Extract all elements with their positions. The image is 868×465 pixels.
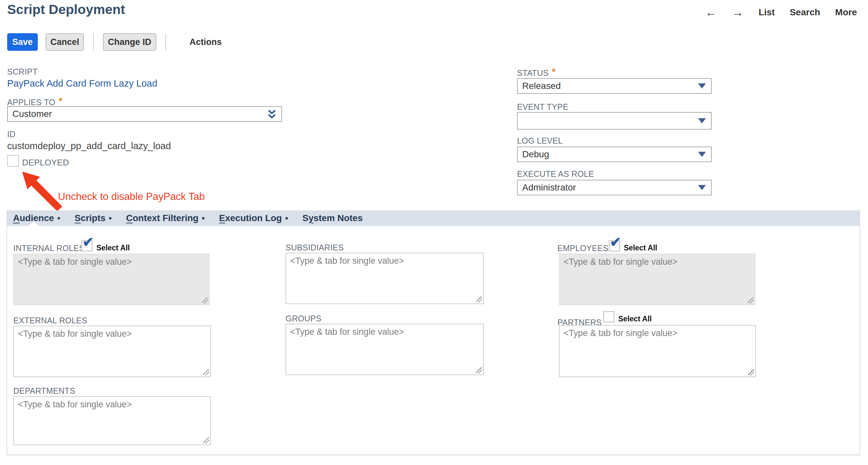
active-tab-notch: [28, 221, 39, 226]
subsidiaries-field: [285, 253, 484, 304]
tab-bullet-icon: •: [285, 213, 288, 223]
applies-to-input[interactable]: Customer: [7, 106, 282, 122]
toolbar-divider: [165, 33, 166, 51]
groups-textarea[interactable]: [285, 324, 484, 375]
toolbar: Save Cancel Change ID Actions: [7, 33, 222, 51]
employees-field: [559, 254, 755, 305]
departments-label: DEPARTMENTS: [13, 386, 75, 396]
annotation-arrow-icon: [16, 167, 68, 213]
select-all-label: Select All: [624, 244, 657, 252]
applies-to-value: Customer: [12, 109, 52, 119]
partners-textarea[interactable]: [559, 325, 756, 377]
internal-roles-label: INTERNAL ROLES: [13, 244, 85, 253]
triangle-down-icon: [698, 83, 706, 89]
external-roles-field: [13, 326, 211, 377]
tab-execution-log[interactable]: Execution Log•: [219, 210, 288, 226]
groups-field: [285, 324, 484, 375]
save-button[interactable]: Save: [7, 33, 38, 51]
employees-textarea[interactable]: [559, 254, 755, 305]
partners-field: [559, 325, 756, 377]
double-chevron-down-icon[interactable]: [267, 108, 277, 120]
previous-record-arrow-icon[interactable]: ←: [705, 6, 717, 18]
actions-menu[interactable]: Actions: [189, 37, 222, 47]
triangle-down-icon: [698, 185, 706, 190]
internal-roles-field: [13, 254, 210, 305]
subsidiaries-label: SUBSIDIARIES: [285, 243, 344, 252]
deployed-label: DEPLOYED: [22, 158, 69, 168]
required-asterisk: *: [59, 95, 63, 106]
event-type-field-label: EVENT TYPE: [517, 102, 568, 112]
cancel-button[interactable]: Cancel: [45, 33, 84, 51]
id-value: customdeploy_pp_add_card_lazy_load: [7, 141, 171, 151]
nav-list-link[interactable]: List: [758, 7, 775, 18]
audience-panel: INTERNAL ROLES ✔ Select All SUBSIDIARIES…: [6, 226, 860, 455]
script-deployment-page: Script Deployment ← → List Search More S…: [0, 0, 868, 465]
employees-label: EMPLOYEES: [557, 244, 609, 253]
employees-select-all-checkbox[interactable]: ✔: [609, 240, 620, 251]
departments-field: [13, 396, 211, 445]
select-all-label: Select All: [618, 315, 652, 323]
nav-search-link[interactable]: Search: [790, 7, 820, 18]
required-asterisk: *: [552, 66, 556, 77]
execute-as-role-select[interactable]: Administrator: [517, 180, 712, 195]
select-all-label: Select All: [96, 244, 130, 252]
subtab-bar: Audience•Scripts•Context Filtering•Execu…: [6, 210, 860, 226]
internal-roles-textarea[interactable]: [13, 254, 210, 305]
status-field-label: STATUS*: [517, 67, 556, 78]
internal-roles-select-all-checkbox[interactable]: ✔: [82, 240, 92, 251]
log-level-field-label: LOG LEVEL: [517, 136, 563, 146]
tab-context-filtering[interactable]: Context Filtering•: [126, 210, 205, 226]
groups-label: GROUPS: [285, 314, 321, 323]
checkmark-icon: ✔: [610, 236, 621, 249]
checkmark-icon: ✔: [82, 236, 94, 249]
execute-as-role-field-label: EXECUTE AS ROLE: [517, 169, 594, 179]
annotation-text: Uncheck to disable PayPack Tab: [58, 191, 205, 203]
subsidiaries-textarea[interactable]: [285, 253, 484, 304]
next-record-arrow-icon[interactable]: →: [732, 6, 744, 18]
tab-bullet-icon: •: [202, 213, 205, 223]
log-level-select[interactable]: Debug: [517, 147, 712, 162]
triangle-down-icon: [698, 118, 706, 123]
status-select[interactable]: Released: [517, 78, 712, 94]
external-roles-label: EXTERNAL ROLES: [13, 316, 87, 325]
tab-audience[interactable]: Audience•: [13, 210, 60, 226]
script-field-label: SCRIPT: [7, 67, 37, 76]
departments-textarea[interactable]: [13, 396, 211, 445]
external-roles-textarea[interactable]: [13, 326, 211, 377]
nav-more-link[interactable]: More: [835, 7, 857, 18]
execute-as-role-value: Administrator: [522, 182, 576, 193]
status-value: Released: [522, 81, 561, 91]
deployed-checkbox[interactable]: [7, 155, 19, 167]
id-field-label: ID: [7, 130, 16, 139]
triangle-down-icon: [698, 152, 706, 157]
tab-bullet-icon: •: [109, 213, 112, 223]
event-type-select[interactable]: [517, 112, 712, 130]
script-record-link[interactable]: PayPack Add Card Form Lazy Load: [7, 78, 157, 89]
partners-select-all-checkbox[interactable]: [603, 311, 614, 322]
record-nav: ← → List Search More: [705, 6, 857, 18]
tab-scripts[interactable]: Scripts•: [74, 210, 112, 226]
tab-bullet-icon: •: [57, 213, 60, 223]
change-id-button[interactable]: Change ID: [103, 33, 156, 51]
log-level-value: Debug: [522, 149, 549, 160]
applies-to-field-label: APPLIES TO*: [7, 96, 63, 107]
toolbar-divider: [93, 33, 94, 51]
tab-system-notes[interactable]: System Notes: [303, 210, 363, 226]
page-title: Script Deployment: [7, 2, 125, 17]
